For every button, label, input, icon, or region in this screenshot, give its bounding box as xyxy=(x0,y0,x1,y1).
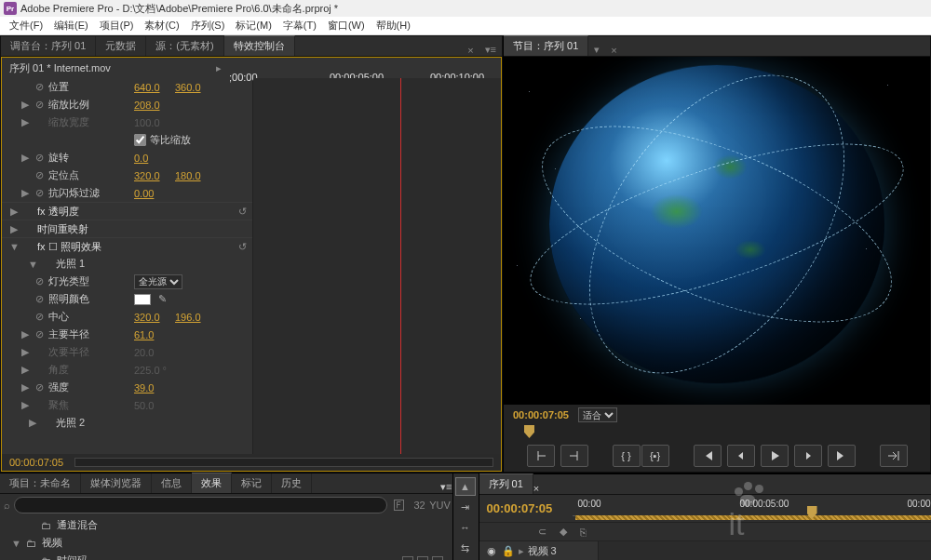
ec-toggle-timeline-icon[interactable]: ▸ xyxy=(216,62,227,74)
program-current-time[interactable]: 00:00:07:05 xyxy=(513,409,569,420)
twirl-icon[interactable]: ▶ xyxy=(20,99,30,111)
program-zoom-select[interactable]: 适合 xyxy=(578,407,617,422)
program-view[interactable] xyxy=(504,57,930,405)
play-button[interactable] xyxy=(761,445,789,467)
menu-title[interactable]: 字幕(T) xyxy=(277,17,322,34)
step-back-button[interactable] xyxy=(727,445,755,467)
menu-file[interactable]: 文件(F) xyxy=(4,17,48,34)
stopwatch-icon[interactable]: ⊘ xyxy=(34,81,45,93)
collapse-icon[interactable]: ▸ xyxy=(519,545,524,557)
prop-value-x[interactable]: 320.0 xyxy=(134,312,171,323)
program-playhead[interactable] xyxy=(524,425,534,438)
ec-close-icon[interactable]: × xyxy=(462,45,479,56)
uniform-scale-checkbox[interactable]: 等比缩放 xyxy=(134,133,191,147)
menu-help[interactable]: 帮助(H) xyxy=(371,17,416,34)
tree-item[interactable]: 🗀通道混合 xyxy=(0,516,452,534)
twirl-icon[interactable]: ▶ xyxy=(20,116,30,128)
twirl-icon[interactable]: ▶ xyxy=(20,381,30,393)
prop-value-x[interactable]: 640.0 xyxy=(134,82,171,93)
menu-sequence[interactable]: 序列(S) xyxy=(185,17,231,34)
prop-value[interactable]: 61.0 xyxy=(134,329,171,340)
tab-source[interactable]: 源：(无素材) xyxy=(146,36,223,56)
stopwatch-icon[interactable]: ⊘ xyxy=(34,169,45,181)
ripple-tool[interactable]: ↔ xyxy=(455,518,476,537)
prop-value-y[interactable]: 180.0 xyxy=(175,170,212,181)
tab-effect-controls[interactable]: 特效控制台 xyxy=(224,35,295,56)
tab-audio-mixer[interactable]: 调音台：序列 01 xyxy=(1,36,96,56)
effects-tree[interactable]: 🗀通道混合▼🗀视频🗀时间码▼🗀调整🗀卷积内核🗀基本信号控制 xyxy=(0,516,452,560)
go-to-out-button[interactable] xyxy=(828,445,856,467)
overwrite-button[interactable]: {▪} xyxy=(641,445,669,467)
stopwatch-icon[interactable]: ⊘ xyxy=(34,381,45,393)
twirl-icon[interactable]: ▶ xyxy=(20,187,30,199)
eyedropper-icon[interactable]: ✎ xyxy=(155,293,167,305)
twirl-icon[interactable]: ▼ xyxy=(11,538,20,549)
program-close-icon[interactable]: × xyxy=(605,45,622,56)
program-ruler[interactable] xyxy=(504,425,930,440)
timeline-ruler[interactable]: 00:00 00:00:05:00 00:00:10:00 xyxy=(573,495,932,522)
menu-marker[interactable]: 标记(M) xyxy=(230,17,277,34)
ec-hscroll[interactable] xyxy=(74,458,493,467)
step-fwd-button[interactable] xyxy=(794,445,822,467)
twirl-icon[interactable]: ▼ xyxy=(28,259,37,270)
ec-keyframe-area[interactable] xyxy=(253,78,501,454)
reset-icon[interactable]: ↺ xyxy=(238,206,247,218)
stopwatch-icon[interactable]: ⊘ xyxy=(34,328,45,340)
tab-program[interactable]: 节目：序列 01 xyxy=(504,35,588,56)
selection-tool[interactable]: ▲ xyxy=(455,477,476,496)
track-lane[interactable] xyxy=(599,541,932,560)
twirl-icon[interactable]: ▶ xyxy=(9,223,19,235)
prop-value-y[interactable]: 196.0 xyxy=(175,312,212,323)
twirl-icon[interactable]: ▶ xyxy=(20,328,30,340)
stopwatch-icon[interactable]: ⊘ xyxy=(34,99,45,111)
twirl-icon[interactable]: ▶ xyxy=(20,346,30,358)
track-select-tool[interactable]: ⇥ xyxy=(455,498,476,516)
yuv-badge-icon[interactable]: YUV xyxy=(432,497,449,513)
insert-button[interactable]: { } xyxy=(613,445,641,467)
menu-window[interactable]: 窗口(W) xyxy=(322,17,371,34)
tab-markers[interactable]: 标记 xyxy=(232,473,272,493)
stopwatch-icon[interactable]: ⊘ xyxy=(34,311,45,323)
prop-value-x[interactable]: 320.0 xyxy=(134,170,171,181)
tab-media[interactable]: 媒体浏览器 xyxy=(81,473,152,493)
prop-value[interactable]: 0.0 xyxy=(134,153,171,164)
stopwatch-icon[interactable]: ⊘ xyxy=(34,293,45,305)
prop-value[interactable]: 208.0 xyxy=(134,100,171,111)
rolling-tool[interactable]: ⇆ xyxy=(455,539,476,557)
color-swatch[interactable] xyxy=(134,294,151,305)
twirl-icon[interactable]: ▶ xyxy=(20,364,30,376)
tab-effects[interactable]: 效果 xyxy=(192,473,232,493)
twirl-icon[interactable]: ▼ xyxy=(9,241,19,252)
marker-icon[interactable]: ◆ xyxy=(556,526,571,539)
ec-playhead[interactable] xyxy=(400,78,401,454)
link-icon[interactable]: ⎘ xyxy=(576,526,591,539)
tab-metadata[interactable]: 元数据 xyxy=(96,36,146,56)
timeline-current-time[interactable]: 00:00:07:05 xyxy=(487,501,565,515)
fx-badge-icon[interactable]: 🄵 xyxy=(391,497,408,513)
snap-icon[interactable]: ⊂ xyxy=(535,526,550,539)
ec-current-time[interactable]: 00:00:07:05 xyxy=(9,457,63,468)
prop-value[interactable]: 0.00 xyxy=(134,188,171,199)
stopwatch-icon[interactable]: ⊘ xyxy=(34,152,45,164)
tab-info[interactable]: 信息 xyxy=(152,473,192,493)
stopwatch-icon[interactable]: ⊘ xyxy=(34,187,45,199)
eye-icon[interactable]: ◉ xyxy=(485,545,498,557)
prop-value-y[interactable]: 360.0 xyxy=(175,82,212,93)
menu-clip[interactable]: 素材(C) xyxy=(139,17,184,34)
track-header[interactable]: ◉🔒▸视频 3 xyxy=(479,541,599,560)
prop-value[interactable]: 39.0 xyxy=(134,382,171,393)
lock-icon[interactable]: 🔒 xyxy=(502,545,515,557)
tab-history[interactable]: 历史 xyxy=(272,473,312,493)
tab-project[interactable]: 项目：未命名 xyxy=(0,473,81,493)
reset-icon[interactable]: ↺ xyxy=(238,241,247,253)
bit32-badge-icon[interactable]: 32 xyxy=(412,497,428,513)
twirl-icon[interactable]: ▶ xyxy=(20,152,30,164)
light-type-select[interactable]: 全光源 xyxy=(134,274,182,289)
stopwatch-icon[interactable]: ⊘ xyxy=(34,275,45,287)
mark-out-button[interactable] xyxy=(560,445,588,467)
tree-item[interactable]: ▼🗀视频 xyxy=(0,534,452,552)
twirl-icon[interactable]: ▶ xyxy=(28,417,37,429)
timeline-close-icon[interactable]: × xyxy=(533,483,539,494)
ec-panel-menu-icon[interactable]: ▾≡ xyxy=(479,44,502,56)
work-area-bar[interactable] xyxy=(575,515,932,520)
